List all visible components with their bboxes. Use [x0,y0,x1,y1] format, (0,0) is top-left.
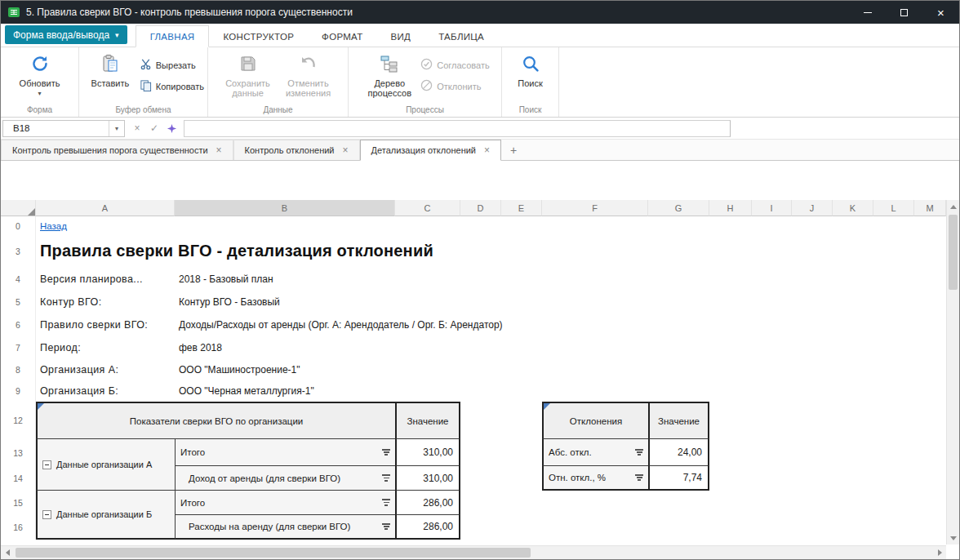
close-icon[interactable]: × [343,145,349,155]
filter-icon[interactable] [377,449,390,456]
column-header[interactable]: I [752,200,792,216]
column-header[interactable]: M [914,200,946,216]
vertical-scroll-track[interactable] [947,213,959,531]
table-cell-value[interactable]: 310,00 [395,466,460,491]
row-header[interactable]: 3 [1,235,36,267]
collapse-icon[interactable] [42,510,51,519]
doc-tab-kontrol-poroga[interactable]: Контроль превышения порога существенност… [1,140,233,160]
column-header[interactable]: D [460,200,501,216]
row-header[interactable]: 13 [1,439,36,466]
column-header[interactable]: A [36,200,175,216]
function-wizard-icon[interactable] [164,121,179,136]
process-tree-button[interactable]: Дерево процессов [360,50,419,99]
undo-changes-button[interactable]: Отменить изменения [279,50,338,99]
row-header[interactable]: 16 [1,515,36,540]
filter-icon[interactable] [377,499,390,505]
row-header[interactable]: 5 [1,291,36,313]
table-cell-value[interactable]: 310,00 [395,439,460,466]
maximize-button[interactable] [886,1,922,24]
column-header[interactable]: B [175,200,395,216]
row-header[interactable]: 4 [1,267,36,291]
back-link[interactable]: Назад [36,216,175,235]
filter-icon[interactable] [630,449,643,456]
scroll-up-button[interactable] [947,200,959,213]
horizontal-scrollbar[interactable] [1,545,946,559]
column-header[interactable]: C [395,200,460,216]
chevron-down-icon[interactable]: ▾ [109,121,124,136]
row-header[interactable]: 6 [1,313,36,336]
ribbon-tab-vid[interactable]: ВИД [377,26,425,47]
table-row-label[interactable]: Доход от аренды (для сверки ВГО) [175,466,395,491]
close-icon[interactable]: × [484,145,490,155]
search-button[interactable]: Поиск [505,50,555,88]
filter-icon[interactable] [630,474,643,481]
horizontal-scroll-track[interactable] [14,546,933,559]
ribbon-tab-konstruktor[interactable]: КОНСТРУКТОР [209,26,308,47]
close-icon[interactable]: × [216,145,222,155]
doc-tab-detalizaciya[interactable]: Детализация отклонений × [360,140,502,161]
row-header[interactable]: 9 [1,380,36,402]
column-header[interactable]: L [873,200,914,216]
ribbon-tab-format[interactable]: ФОРМАТ [308,26,376,47]
group-cell-org-a[interactable]: Данные организации А [36,439,175,491]
column-header[interactable]: H [709,200,752,216]
vertical-scrollbar[interactable] [946,200,959,544]
vertical-scroll-thumb[interactable] [949,215,958,290]
collapse-icon[interactable] [42,460,51,469]
row-header[interactable]: 14 [1,466,36,491]
column-header[interactable]: K [833,200,873,216]
column-header[interactable]: J [792,200,833,216]
group-cell-org-b[interactable]: Данные организации Б [36,491,175,540]
table-row-label[interactable]: Итого [175,491,395,515]
copy-button[interactable]: Копировать [140,79,204,93]
table-cell-value[interactable]: 7,74 [648,466,709,491]
merge-corner-icon [544,403,550,410]
confirm-entry-icon[interactable]: ✓ [147,121,162,136]
save-data-button[interactable]: Сохранить данные [219,50,278,99]
sheet-area: A B C D E F G H I J K L M 0 3 4 5 6 7 8 … [1,161,959,559]
sheet-title: Правила сверки ВГО - детализация отклоне… [36,235,752,267]
cell-reference-box[interactable]: B18 ▾ [2,120,125,137]
row-header[interactable]: 8 [1,359,36,380]
table-cell-value[interactable]: 286,00 [395,515,460,540]
column-header[interactable]: G [648,200,709,216]
column-header[interactable]: E [501,200,542,216]
ribbon-tab-tablica[interactable]: ТАБЛИЦА [424,26,498,47]
approve-button[interactable]: Согласовать [420,58,489,72]
horizontal-scroll-thumb[interactable] [16,548,531,558]
filter-icon[interactable] [377,523,390,530]
group-label-clipboard: Буфер обмена [79,104,207,117]
table-cell-value[interactable]: 24,00 [648,439,709,466]
reject-button[interactable]: Отклонить [420,79,481,93]
table-row-label[interactable]: Расходы на аренду (для сверки ВГО) [175,515,395,540]
scroll-left-button[interactable] [1,546,14,559]
cancel-entry-icon[interactable]: × [130,121,144,136]
row-header[interactable]: 0 [1,216,36,235]
minimize-button[interactable] [849,1,886,24]
formula-input[interactable] [184,120,731,137]
filter-icon[interactable] [377,474,390,481]
close-button[interactable]: × [922,1,959,24]
scroll-down-button[interactable] [947,531,959,544]
scroll-down-icon [950,536,957,540]
row-header[interactable]: 15 [1,491,36,515]
paste-button[interactable]: Вставить [82,50,138,88]
info-label: Контур ВГО: [36,291,175,313]
form-io-menu-button[interactable]: Форма ввода/вывода ▾ [5,25,127,44]
ribbon-tab-glavnaya[interactable]: ГЛАВНАЯ [136,25,210,47]
table-row-label[interactable]: Итого [175,439,395,466]
table-row-label[interactable]: Отн. откл., % [542,466,648,491]
refresh-button[interactable]: Обновить ▾ [11,50,69,97]
cut-button[interactable]: Вырезать [140,58,196,72]
row-header[interactable]: 12 [1,402,36,439]
info-value: ООО "Черная металлургия-1" [175,380,542,402]
table-row-label[interactable]: Абс. откл. [542,439,648,466]
add-tab-button[interactable]: + [501,140,526,160]
scroll-right-button[interactable] [933,546,946,559]
row-header[interactable]: 7 [1,336,36,359]
column-header[interactable]: F [542,200,648,216]
group-label-form: Форма [1,104,78,117]
doc-tab-kontrol-otkloneniy[interactable]: Контроль отклонений × [233,140,360,160]
select-all-corner[interactable] [1,200,36,216]
table-cell-value[interactable]: 286,00 [395,491,460,515]
